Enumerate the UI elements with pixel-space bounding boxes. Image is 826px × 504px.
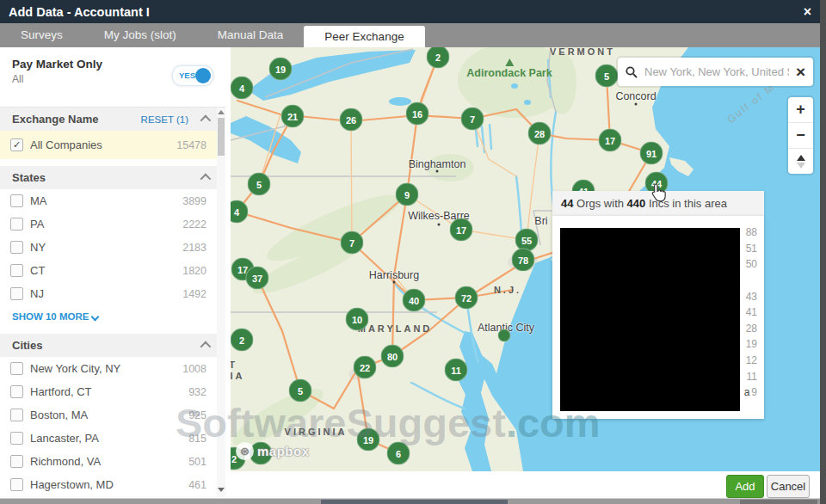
tooltip-orgs-count: 44 xyxy=(561,197,573,210)
filter-row-ma[interactable]: MA3899 xyxy=(0,189,225,212)
map-cluster-6[interactable]: 6 xyxy=(387,442,410,465)
filter-row-hartford-ct[interactable]: Hartford, CT932 xyxy=(0,380,225,403)
map-cluster-78[interactable]: 78 xyxy=(512,249,535,272)
city-dot xyxy=(635,103,638,106)
tooltip-tail-text: Incs in this area xyxy=(645,197,727,210)
tab-manual-data[interactable]: Manual Data xyxy=(197,23,305,47)
tab-my-jobs-slot[interactable]: My Jobs (slot) xyxy=(83,23,197,47)
tab-bar: SurveysMy Jobs (slot)Manual DataPeer Exc… xyxy=(0,23,820,47)
map-tooltip-card: 885150434128191211a9 xyxy=(552,216,764,419)
tooltip-row-prefix: a xyxy=(744,386,750,398)
map-cluster-19[interactable]: 19 xyxy=(269,58,293,81)
scroll-down-icon[interactable] xyxy=(218,488,225,492)
map-canvas[interactable]: VERMONTAdirondack ParkConcordBinghamtonW… xyxy=(231,47,820,471)
map-cluster-17[interactable]: 17 xyxy=(599,129,622,152)
show-more-link[interactable]: SHOW 10 MORE xyxy=(0,305,225,327)
filter-count: 2222 xyxy=(182,218,206,230)
scrollbar-thumb[interactable] xyxy=(218,118,225,156)
tooltip-incs-count: 440 xyxy=(627,197,646,210)
checkbox[interactable] xyxy=(10,241,23,254)
close-icon[interactable]: × xyxy=(804,5,811,19)
filters-sidebar: Pay Market Only All YES Exchange NameRES… xyxy=(0,47,225,497)
filter-row-ny[interactable]: NY2183 xyxy=(0,236,225,259)
map-cluster-5[interactable]: 5 xyxy=(595,65,619,88)
filter-row-lancaster-pa[interactable]: Lancaster, PA815 xyxy=(0,427,225,450)
checkbox[interactable] xyxy=(10,455,23,468)
map-cluster-40[interactable]: 40 xyxy=(403,289,426,312)
map-attribution: ⊛ mapbox xyxy=(236,442,310,460)
filter-row-pa[interactable]: PA2222 xyxy=(0,212,225,236)
filter-label: All Companies xyxy=(30,138,176,151)
map-cluster-16[interactable]: 16 xyxy=(406,102,429,126)
filter-label: PA xyxy=(30,218,182,230)
compass-down-icon xyxy=(797,163,805,169)
scroll-up-icon[interactable] xyxy=(218,110,225,114)
filter-row-boston-ma[interactable]: Boston, MA925 xyxy=(0,403,225,427)
map-cluster-17[interactable]: 17 xyxy=(450,218,473,242)
map-cluster-5[interactable]: 5 xyxy=(248,173,271,196)
filter-count: 1008 xyxy=(182,363,206,375)
chevron-down-icon xyxy=(91,313,100,322)
map-cluster-72[interactable]: 72 xyxy=(455,286,478,310)
filter-count: 925 xyxy=(188,409,206,421)
map-cluster-7[interactable]: 7 xyxy=(461,108,484,131)
checkbox[interactable] xyxy=(10,218,23,230)
section-header-exchange-name[interactable]: Exchange NameRESET (1) xyxy=(0,108,225,131)
modal-titlebar: Add Data - Accountant I × xyxy=(0,0,820,23)
section-title: States xyxy=(12,171,200,184)
tab-peer-exchange[interactable]: Peer Exchange xyxy=(304,26,424,47)
map-cluster-10[interactable]: 10 xyxy=(346,308,369,331)
filter-row-nj[interactable]: NJ1492 xyxy=(0,282,225,305)
checkbox[interactable] xyxy=(10,432,23,445)
section-header-states[interactable]: States xyxy=(0,166,225,189)
zoom-out-button[interactable]: − xyxy=(788,123,813,149)
map-tooltip-header: 44 Orgs with 440 Incs in this area xyxy=(552,191,764,216)
chevron-up-icon xyxy=(200,115,212,126)
map-cluster-22[interactable]: 22 xyxy=(354,356,377,379)
map-cluster-2[interactable]: 2 xyxy=(231,329,254,352)
pay-market-toggle[interactable]: YES xyxy=(172,65,213,86)
map-cluster-91[interactable]: 91 xyxy=(640,142,663,165)
checkbox[interactable] xyxy=(10,362,23,375)
compass-button[interactable] xyxy=(788,149,813,174)
map-cluster-7[interactable]: 7 xyxy=(341,231,364,255)
search-input[interactable] xyxy=(643,65,791,79)
map-cluster-37[interactable]: 37 xyxy=(246,267,269,290)
cancel-button[interactable]: Cancel xyxy=(767,475,810,498)
filter-label: CT xyxy=(30,264,182,277)
checkbox[interactable] xyxy=(10,287,23,300)
checkbox[interactable] xyxy=(10,409,23,421)
map-cluster-5[interactable]: 5 xyxy=(289,379,312,403)
map-cluster-21[interactable]: 21 xyxy=(281,105,305,128)
filter-row-new-york-city-ny[interactable]: New York City, NY1008 xyxy=(0,357,225,380)
checkbox[interactable]: ✓ xyxy=(10,138,23,151)
filter-sections: Exchange NameRESET (1)✓All Companies1547… xyxy=(0,108,225,496)
checkbox[interactable] xyxy=(10,194,23,207)
map-cluster-28[interactable]: 28 xyxy=(528,122,552,145)
page-behind-bottom xyxy=(0,498,820,504)
filter-row-ct[interactable]: CT1820 xyxy=(0,259,225,282)
filter-count: 15478 xyxy=(176,139,206,151)
map-cluster-9[interactable]: 9 xyxy=(396,183,419,206)
map-cluster[interactable] xyxy=(498,329,511,342)
checkbox[interactable] xyxy=(10,478,23,491)
chevron-up-icon xyxy=(200,174,212,185)
search-clear-icon[interactable]: × xyxy=(796,64,805,80)
filter-row-hagerstown-md[interactable]: Hagerstown, MD461 xyxy=(0,473,225,496)
zoom-in-button[interactable]: + xyxy=(788,97,813,123)
map-cluster-19[interactable]: 19 xyxy=(357,428,380,452)
filter-row-all-companies[interactable]: ✓All Companies15478 xyxy=(0,131,225,159)
section-header-cities[interactable]: Cities xyxy=(0,334,225,357)
filter-row-richmond-va[interactable]: Richmond, VA501 xyxy=(0,450,225,473)
checkbox[interactable] xyxy=(10,385,23,398)
map-cluster-80[interactable]: 80 xyxy=(381,345,404,368)
map-cluster-4[interactable]: 4 xyxy=(231,77,254,100)
map-cluster-11[interactable]: 11 xyxy=(445,359,468,382)
filter-label: Hartford, CT xyxy=(30,385,188,398)
reset-link[interactable]: RESET (1) xyxy=(141,114,188,125)
map-cluster-26[interactable]: 26 xyxy=(340,108,363,132)
sidebar-scrollbar[interactable] xyxy=(217,108,225,497)
checkbox[interactable] xyxy=(10,264,23,277)
tab-surveys[interactable]: Surveys xyxy=(0,23,83,47)
add-button[interactable]: Add xyxy=(726,475,764,498)
